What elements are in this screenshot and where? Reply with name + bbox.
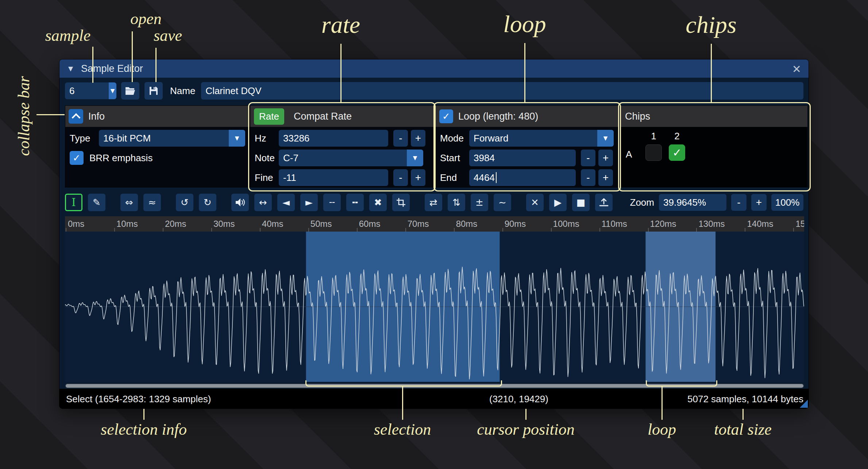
loop-end-plus-button[interactable]: +: [598, 169, 613, 186]
loop-mode-dropdown[interactable]: Forward ▼: [469, 130, 614, 147]
hz-input[interactable]: 33286: [279, 130, 388, 147]
trim-button[interactable]: [392, 194, 410, 211]
window-title: Sample Editor: [81, 63, 143, 74]
chip-checkbox-2[interactable]: ✓: [669, 144, 685, 161]
normalize-button[interactable]: ↔: [254, 194, 272, 211]
apply-filter-icon: ∼: [498, 198, 506, 207]
chevron-down-icon[interactable]: ▼: [229, 130, 245, 147]
loop-start-minus-button[interactable]: -: [581, 150, 595, 166]
chips-panel-header: Chips: [620, 106, 807, 127]
resample-button[interactable]: ≈: [143, 194, 161, 211]
insert-silence-button[interactable]: ╌: [323, 194, 341, 211]
preview-icon: ▶: [554, 198, 562, 207]
fine-plus-button[interactable]: +: [411, 169, 425, 186]
zoom-reset-button[interactable]: 100%: [771, 194, 803, 211]
fine-minus-button[interactable]: -: [393, 169, 408, 186]
sample-index-value: 6: [65, 82, 109, 99]
sample-index-dropdown[interactable]: 6 ▼: [65, 82, 116, 99]
brr-emphasis-label: BRR emphasis: [89, 152, 153, 164]
open-button[interactable]: [121, 82, 139, 100]
annotation-save: save: [154, 26, 182, 45]
normalize-icon: ↔: [259, 198, 267, 207]
zoom-out-button[interactable]: -: [731, 194, 747, 211]
status-bar: Select (1654-2983: 1329 samples) (3210, …: [59, 389, 809, 408]
loop-panel: ✓ Loop (length: 480) Mode Forward ▼ Star…: [435, 105, 618, 187]
sample-type-dropdown[interactable]: 16-bit PCM ▼: [99, 130, 245, 147]
annotation-collapse-bar: collapse bar: [15, 76, 33, 156]
total-size-text: 5072 samples, 10144 bytes: [687, 394, 803, 405]
resize-button[interactable]: ⇔: [120, 194, 138, 211]
create-instrument-button[interactable]: [595, 194, 613, 211]
sign-invert-button[interactable]: ±: [471, 194, 488, 211]
preview-button[interactable]: ▶: [549, 194, 567, 211]
loop-panel-title: Loop (length: 480): [458, 111, 538, 122]
note-dropdown[interactable]: C-7 ▼: [279, 150, 423, 166]
chips-checkbox-row: ✓: [645, 144, 685, 161]
chip-checkbox-1[interactable]: [645, 144, 662, 161]
amplify-button[interactable]: [231, 194, 249, 211]
collapse-bar-button[interactable]: [69, 109, 83, 124]
chevron-down-icon[interactable]: ▼: [407, 150, 423, 166]
sign-invert-icon: ±: [475, 198, 483, 207]
titlebar[interactable]: ▼ Sample Editor ✕: [59, 59, 809, 78]
annotation-loop: loop: [503, 10, 546, 38]
crossfade-loop-icon: ✕: [531, 198, 539, 207]
insert-silence-icon: ╌: [329, 198, 335, 207]
timeline-ruler[interactable]: 0ms10ms20ms30ms40ms50ms60ms70ms80ms90ms1…: [65, 216, 804, 232]
resize-grip-icon[interactable]: [800, 400, 808, 408]
annotation-selection: selection: [374, 420, 431, 439]
brr-emphasis-checkbox[interactable]: ✓: [70, 151, 84, 165]
annotation-loop-bottom: loop: [648, 420, 676, 439]
edit-draw-button[interactable]: ✎: [88, 194, 105, 211]
zoom-in-button[interactable]: +: [751, 194, 767, 211]
chevron-down-icon[interactable]: ▼: [597, 130, 614, 147]
name-input[interactable]: Clarinet DQV: [201, 82, 803, 100]
hz-minus-button[interactable]: -: [393, 130, 408, 147]
horizontal-scrollbar[interactable]: [65, 383, 804, 388]
annotation-line-cursor-position: [525, 409, 526, 420]
crossfade-loop-button[interactable]: ✕: [526, 194, 544, 211]
loop-end-input[interactable]: 4464: [469, 169, 576, 186]
loop-start-plus-button[interactable]: +: [598, 150, 613, 166]
reverse-button[interactable]: ⇄: [425, 194, 442, 211]
loop-mode-value: Forward: [469, 130, 597, 147]
annotation-cursor-position: cursor position: [477, 420, 575, 439]
chip-column-label: 2: [669, 131, 685, 142]
zoom-input[interactable]: 39.9645%: [659, 194, 726, 211]
redo-button[interactable]: ↻: [199, 194, 216, 211]
waveform-area[interactable]: [65, 232, 804, 382]
save-button[interactable]: [144, 82, 163, 100]
fine-input[interactable]: -11: [279, 169, 388, 186]
timeline-label: 110ms: [599, 219, 627, 229]
loop-enable-checkbox[interactable]: ✓: [439, 109, 453, 123]
fade-out-button[interactable]: ►: [300, 194, 318, 211]
text-cursor: [496, 172, 497, 183]
window-collapse-icon[interactable]: ▼: [66, 65, 75, 73]
note-value: C-7: [279, 150, 407, 166]
rate-badge-button[interactable]: Rate: [254, 108, 284, 125]
invert-button[interactable]: ⇅: [448, 194, 465, 211]
trim-icon: [396, 198, 406, 207]
undo-button[interactable]: ↺: [176, 194, 193, 211]
chevron-down-icon[interactable]: ▼: [109, 82, 116, 99]
loop-end-minus-button[interactable]: -: [581, 169, 595, 186]
apply-silence-button[interactable]: ╍: [346, 194, 364, 211]
folder-icon: [125, 86, 136, 96]
create-instrument-icon: [599, 198, 609, 207]
close-icon[interactable]: ✕: [790, 62, 803, 76]
waveform-canvas[interactable]: [65, 232, 804, 382]
chevron-up-icon: [72, 113, 80, 122]
hz-plus-button[interactable]: +: [411, 130, 425, 147]
fade-in-button[interactable]: ◄: [277, 194, 295, 211]
chips-panel: Chips 12 A ✓: [620, 105, 808, 187]
loop-start-input[interactable]: 3984: [469, 150, 576, 166]
scrollbar-thumb[interactable]: [66, 384, 803, 388]
stop-preview-button[interactable]: ■: [572, 194, 590, 211]
info-panel-header: Info: [65, 106, 250, 127]
annotation-open: open: [130, 9, 162, 28]
edit-select-button[interactable]: I: [65, 194, 82, 211]
apply-filter-button[interactable]: ∼: [494, 194, 511, 211]
zoom-cluster: Zoom 39.9645% - + 100%: [630, 194, 803, 211]
delete-button[interactable]: ✖: [369, 194, 387, 211]
zoom-label: Zoom: [630, 197, 654, 208]
